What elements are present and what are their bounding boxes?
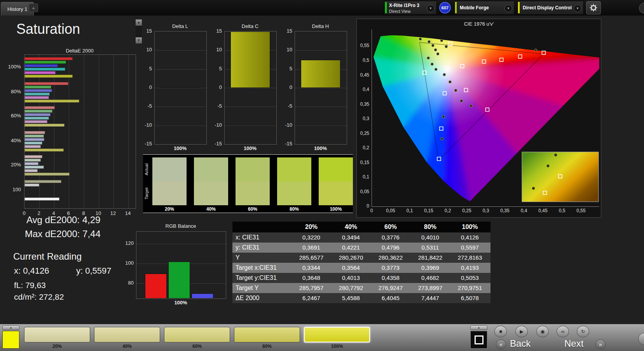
continuous-read-button[interactable]: ∞ <box>557 326 569 337</box>
axis-tick-label: 0 <box>364 208 379 213</box>
back-chevron-icon[interactable]: « <box>496 339 506 349</box>
next-chevron-icon[interactable]: » <box>595 339 606 349</box>
table-cell: 0,4193 <box>450 263 490 273</box>
rgb-balance-title: RGB Balance <box>136 223 225 229</box>
axis-tick-label: 15 <box>287 28 292 34</box>
gridline <box>155 126 206 126</box>
scroll-up-icon[interactable]: ▲ <box>136 19 142 26</box>
table-cell: 0,3648 <box>291 273 331 283</box>
blue-bar <box>192 293 213 299</box>
table-row: ΔE 20006,24675,45886,40457,44476,5078 <box>232 293 490 303</box>
sample-swatch-60%[interactable] <box>164 327 230 342</box>
table-cell: 0,3969 <box>410 263 450 273</box>
bar <box>24 106 55 109</box>
source-selector[interactable]: Mobile Forge ▼ <box>454 1 515 15</box>
table-row: Target Y285,7957280,7792276,9247273,8997… <box>232 283 490 293</box>
measured-point <box>443 73 446 76</box>
stop-button[interactable]: ■ <box>494 326 507 337</box>
measured-point <box>534 49 537 52</box>
deltaE-chart-title: DeltaE 2000 <box>24 48 135 54</box>
axis-tick-label: 0,1 <box>363 174 369 180</box>
chevron-down-icon[interactable]: ▼ <box>427 5 435 12</box>
axis-tick-label: 5 <box>219 66 222 72</box>
axis-tick-label: 5 <box>290 66 292 72</box>
max-de2000: Max dE2000: 7,44 <box>25 229 101 239</box>
row-label: Target Y <box>232 283 291 293</box>
deltaL-chart-title: Delta L <box>154 23 206 29</box>
measured-point <box>449 80 452 83</box>
sample-swatch-80%[interactable] <box>234 327 300 342</box>
table-cell: 0,4358 <box>371 273 410 283</box>
overflow-button[interactable] <box>639 3 644 14</box>
gridline <box>155 50 206 51</box>
axis-tick-label: -10 <box>145 122 152 128</box>
deltaL-chart <box>154 31 207 145</box>
table-cell: 0,3691 <box>291 243 331 253</box>
axis-tick-label: 0,35 <box>497 208 513 213</box>
row-label: x: CIE31 <box>232 232 291 243</box>
chevron-down-icon[interactable]: ▼ <box>574 5 581 12</box>
actual-swatch <box>236 157 270 182</box>
table-cell: 272,8163 <box>450 253 490 263</box>
cie-diagram-panel: CIE 1976 u'v' 00,050,10,150,20,250,30,35… <box>356 19 601 218</box>
gridline <box>225 88 276 88</box>
sample-swatch-40%[interactable] <box>94 327 160 342</box>
gridline <box>295 50 347 51</box>
comparison-label: 60% <box>236 206 270 212</box>
measured-point <box>436 52 439 55</box>
calibration-app-window: History 1 + X-Rite i1Pro 3 Direct View ▼… <box>0 0 644 351</box>
bar <box>24 86 51 89</box>
bar <box>24 75 73 78</box>
axis-tick-label: 0,4 <box>363 87 369 92</box>
target-swatch <box>194 182 228 205</box>
sample-swatch-100%[interactable] <box>304 327 370 342</box>
expand-right-button[interactable]: ▲ <box>470 325 487 330</box>
record-button[interactable]: ◉ <box>536 326 549 337</box>
table-cell: 0,3776 <box>371 232 410 243</box>
deltaC-chart <box>224 31 277 145</box>
table-cell: 7,4447 <box>410 293 450 303</box>
display-control-indicator <box>518 2 520 13</box>
axis-tick-label: 0,15 <box>421 208 436 213</box>
bar <box>24 155 42 158</box>
row-label: Target x:CIE31 <box>232 263 291 273</box>
gridline <box>155 88 206 88</box>
gridline <box>128 55 129 208</box>
back-button[interactable]: Back <box>510 338 531 349</box>
display-control-selector[interactable]: Direct Display Control ▼ <box>517 1 584 15</box>
gridline <box>84 55 84 208</box>
display-window-button[interactable] <box>470 331 487 349</box>
play-button[interactable]: ▶ <box>515 326 528 337</box>
table-cell: 0,4221 <box>331 243 371 253</box>
expand-left-button[interactable]: ▲ <box>2 325 19 330</box>
table-cell: 0,3773 <box>371 263 410 273</box>
sample-swatch-20%[interactable] <box>24 327 90 342</box>
actual-swatch <box>152 157 187 182</box>
bar <box>24 117 49 120</box>
refresh-button[interactable]: ↻ <box>577 326 589 337</box>
row-label: y: CIE31 <box>232 243 291 253</box>
bar <box>24 173 70 176</box>
partial-button[interactable] <box>638 333 644 345</box>
chevron-down-icon[interactable]: ▼ <box>504 5 512 12</box>
axis-tick-label: 100 <box>12 187 21 192</box>
next-button[interactable]: Next <box>564 338 583 349</box>
axis-tick-label: 0,05 <box>383 208 398 213</box>
axis-tick-label: 0 <box>149 84 152 90</box>
bar <box>24 159 41 162</box>
current-patch-swatch <box>2 331 19 349</box>
current-reading-title: Current Reading <box>13 251 82 262</box>
bar <box>24 100 79 103</box>
table-row: Target y:CIE310,36480,40130,43580,46820,… <box>232 273 490 283</box>
add-tab-button[interactable]: + <box>29 3 38 12</box>
comparison-label: 80% <box>277 206 311 212</box>
deltaC-chart-title: Delta C <box>224 23 276 29</box>
bar <box>24 141 42 145</box>
bar <box>24 68 65 71</box>
bar <box>24 64 58 67</box>
meter-selector[interactable]: X-Rite i1Pro 3 Direct View ▼ <box>384 1 437 15</box>
settings-button[interactable] <box>586 1 601 14</box>
gear-icon <box>590 4 597 12</box>
inset-measured-point <box>532 187 535 189</box>
gridline <box>295 126 347 126</box>
